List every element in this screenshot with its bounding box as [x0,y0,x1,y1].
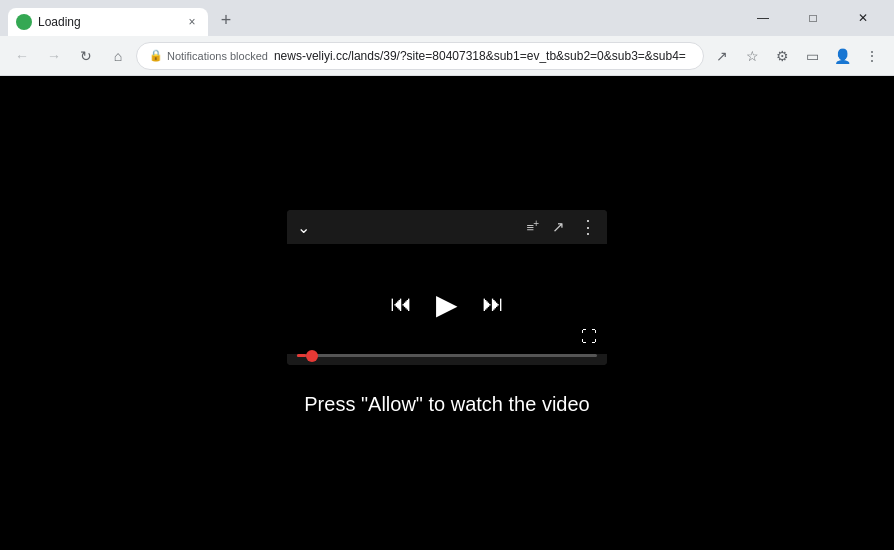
extensions-button[interactable]: ⚙ [768,42,796,70]
player-body: ⏮ ▶ ⏭ ⛶ [287,244,607,354]
new-tab-button[interactable]: + [212,6,240,34]
share-button[interactable]: ↗ [708,42,736,70]
forward-button[interactable]: → [40,42,68,70]
play-button[interactable]: ▶ [436,288,458,321]
player-header: ⌄ ≡+ ↗ ⋮ [287,210,607,244]
more-options-icon[interactable]: ⋮ [579,216,597,238]
notifications-blocked-text: Notifications blocked [167,50,268,62]
profile-button[interactable]: 👤 [828,42,856,70]
fullscreen-button[interactable]: ⛶ [581,328,597,346]
window-controls: — □ ✕ [740,0,886,36]
tab-title: Loading [38,15,178,29]
addressbar: ← → ↻ ⌂ 🔒 Notifications blocked news-vel… [0,36,894,76]
maximize-button[interactable]: □ [790,0,836,36]
address-box[interactable]: 🔒 Notifications blocked news-veliyi.cc/l… [136,42,704,70]
tab-close-button[interactable]: × [184,14,200,30]
sidebar-button[interactable]: ▭ [798,42,826,70]
video-player: ⌄ ≡+ ↗ ⋮ ⏮ ▶ ⏭ ⛶ [287,210,607,365]
progress-bar-container [287,354,607,365]
titlebar: Loading × + — □ ✕ [0,0,894,36]
page-content: ⌄ ≡+ ↗ ⋮ ⏮ ▶ ⏭ ⛶ Press "Allow" to watch … [0,76,894,550]
tabs-container: Loading × + [8,0,740,36]
menu-button[interactable]: ⋮ [858,42,886,70]
toolbar-actions: ↗ ☆ ⚙ ▭ 👤 ⋮ [708,42,886,70]
active-tab[interactable]: Loading × [8,8,208,36]
previous-button[interactable]: ⏮ [390,291,412,317]
queue-icon[interactable]: ≡+ [527,218,538,235]
share-icon[interactable]: ↗ [552,218,565,236]
close-button[interactable]: ✕ [840,0,886,36]
player-controls: ⏮ ▶ ⏭ [390,288,504,321]
reload-button[interactable]: ↻ [72,42,100,70]
player-header-actions: ≡+ ↗ ⋮ [527,216,597,238]
press-allow-text: Press "Allow" to watch the video [304,393,589,416]
minimize-button[interactable]: — [740,0,786,36]
progress-dot [306,350,318,362]
progress-fill [297,354,306,357]
home-button[interactable]: ⌂ [104,42,132,70]
tab-favicon [16,14,32,30]
chevron-down-icon[interactable]: ⌄ [297,218,310,237]
back-button[interactable]: ← [8,42,36,70]
security-indicator: 🔒 Notifications blocked [149,49,268,62]
lock-icon: 🔒 [149,49,163,62]
next-button[interactable]: ⏭ [482,291,504,317]
url-display: news-veliyi.cc/lands/39/?site=80407318&s… [274,49,691,63]
bookmark-button[interactable]: ☆ [738,42,766,70]
progress-track[interactable] [297,354,597,357]
